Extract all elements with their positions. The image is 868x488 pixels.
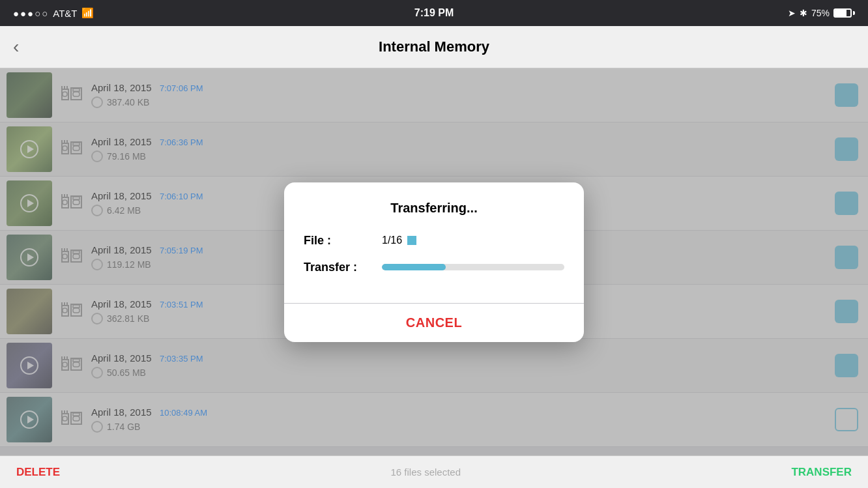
transfer-label: Transfer : <box>304 261 382 274</box>
wifi-icon: 📶 <box>81 7 94 19</box>
progress-bar-fill <box>382 264 446 270</box>
file-row: File : 1/16 <box>304 234 564 248</box>
delete-button[interactable]: DELETE <box>16 466 60 479</box>
transfer-dialog: Transferring... File : 1/16 Transfer : C… <box>284 182 584 342</box>
file-indicator <box>407 236 416 245</box>
modal-title: Transferring... <box>304 201 564 216</box>
bottom-toolbar: DELETE 16 files selected TRANSFER <box>0 455 868 488</box>
carrier-label: AT&T <box>53 8 77 19</box>
file-value-container: 1/16 <box>382 235 416 246</box>
nav-bar: ‹ Internal Memory <box>0 26 868 68</box>
location-icon: ➤ <box>788 8 796 18</box>
progress-bar-container <box>382 264 564 270</box>
status-time: 7:19 PM <box>414 7 454 19</box>
battery-percent: 75% <box>811 8 830 18</box>
cancel-button[interactable]: CANCEL <box>284 304 584 342</box>
battery-icon <box>833 8 855 18</box>
page-title: Internal Memory <box>379 38 489 55</box>
modal-overlay: Transferring... File : 1/16 Transfer : C… <box>0 68 868 455</box>
signal-dots: ●●●○○ <box>13 8 49 19</box>
status-left: ●●●○○ AT&T 📶 <box>13 7 94 19</box>
status-right: ➤ ✱ 75% <box>788 8 855 18</box>
files-selected-label: 16 files selected <box>390 466 461 478</box>
back-button[interactable]: ‹ <box>13 38 19 56</box>
file-label: File : <box>304 234 382 248</box>
file-value: 1/16 <box>382 235 402 246</box>
modal-body: Transferring... File : 1/16 Transfer : <box>284 182 584 303</box>
bluetooth-icon: ✱ <box>800 8 807 18</box>
status-bar: ●●●○○ AT&T 📶 7:19 PM ➤ ✱ 75% <box>0 0 868 26</box>
transfer-button[interactable]: TRANSFER <box>791 466 852 479</box>
transfer-row: Transfer : <box>304 261 564 274</box>
main-content: April 18, 2015 7:07:06 PM 387.40 KB <box>0 68 868 455</box>
